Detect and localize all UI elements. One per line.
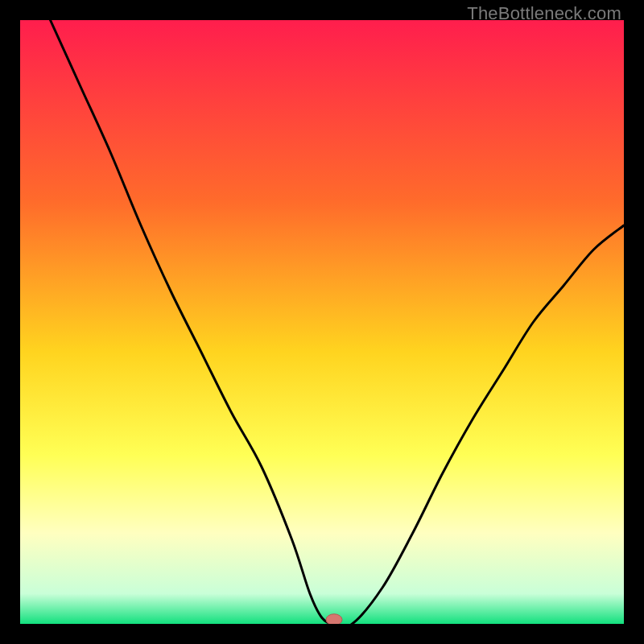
bottleneck-chart	[20, 20, 624, 624]
chart-frame: TheBottleneck.com	[0, 0, 644, 644]
plot-area	[20, 20, 624, 624]
minimum-marker	[326, 614, 342, 624]
